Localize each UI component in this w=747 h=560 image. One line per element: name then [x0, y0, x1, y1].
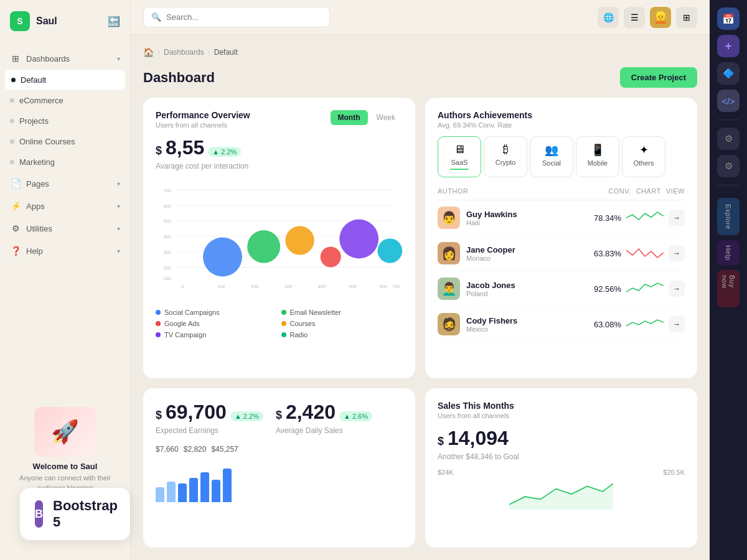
tab-saas-label: SaaS: [451, 159, 468, 166]
sidebar-item-projects[interactable]: Projects: [0, 111, 130, 131]
dashboard-grid: Performance Overview Users from all chan…: [143, 98, 697, 548]
settings-icon-2[interactable]: ⚙: [717, 128, 740, 150]
svg-point-26: [377, 238, 402, 263]
notification-icon[interactable]: 🔷: [717, 62, 740, 85]
sidebar-item-dashboards[interactable]: ⊞ Dashboards ▾: [0, 47, 130, 70]
earnings-card: $ 69,700 ▲ 2.2% Expected Earnings $ 2,42…: [143, 388, 415, 548]
bootstrap-label: Bootstrap 5: [53, 498, 118, 530]
sidebar: S Saul 🔙 ⊞ Dashboards ▾ Default eCommerc…: [0, 0, 131, 560]
user-avatar[interactable]: 👱: [650, 7, 671, 28]
sidebar-item-online-courses[interactable]: Online Courses: [0, 131, 130, 152]
author-conv-cody: 63.08%: [594, 320, 621, 329]
tab-saas[interactable]: 🖥 SaaS: [438, 136, 481, 177]
chevron-down-icon: ▾: [117, 180, 120, 187]
nav-dot: [10, 119, 14, 123]
sidebar-item-marketing[interactable]: Marketing: [0, 152, 130, 172]
tab-others-label: Others: [633, 159, 654, 167]
sidebar-item-pages[interactable]: 📄 Pages ▾: [0, 172, 130, 195]
code-icon[interactable]: </>: [717, 90, 740, 112]
help-icon: ❓: [10, 245, 21, 256]
sidebar-item-utilities[interactable]: ⚙ Utilities ▾: [0, 217, 130, 240]
daily-sales-label: Average Daily Sales: [276, 426, 372, 435]
author-info-jacob: 👨‍🦱 Jacob Jones Poland: [438, 278, 589, 300]
legend-tv-campaign: TV Campaign: [156, 331, 278, 338]
dashboards-icon: ⊞: [10, 53, 21, 64]
performance-subtitle: Users from all channels: [156, 121, 250, 129]
bar-7: [223, 469, 232, 502]
chart-legend: Social Campaigns Email Newsletter Google…: [156, 309, 403, 338]
author-country-jane: Monaco: [466, 254, 515, 262]
help-action[interactable]: Help: [717, 240, 740, 265]
help-label: Help: [725, 245, 732, 261]
svg-point-25: [339, 220, 378, 259]
view-button-cody[interactable]: →: [669, 316, 685, 332]
col-view: VIEW: [666, 187, 685, 195]
view-button-jane[interactable]: →: [669, 245, 685, 261]
notifications-icon[interactable]: 🌐: [598, 7, 619, 28]
sidebar-item-help[interactable]: ❓ Help ▾: [0, 240, 130, 262]
daily-sales-badge: ▲ 2.6%: [339, 411, 372, 421]
create-project-button[interactable]: Create Project: [620, 67, 697, 88]
menu-icon[interactable]: ⊞: [676, 7, 697, 28]
sidebar-item-default[interactable]: Default: [5, 70, 125, 90]
buy-action[interactable]: Buy now: [717, 270, 740, 307]
back-icon[interactable]: 🔙: [108, 16, 120, 27]
period-week-button[interactable]: Week: [369, 110, 403, 125]
right-panel: 📅 + 🔷 </> ⚙ ⚙ Explore Help Buy now: [710, 0, 747, 560]
svg-text:600: 600: [163, 203, 171, 209]
sidebar-item-apps[interactable]: ⚡ Apps ▾: [0, 195, 130, 217]
svg-text:200: 200: [251, 284, 258, 289]
search-box[interactable]: 🔍: [143, 7, 330, 27]
pages-icon: 📄: [10, 178, 21, 189]
topbar: 🔍 🌐 ☰ 👱 ⊞: [131, 0, 710, 35]
tab-social[interactable]: 👥 Social: [530, 136, 573, 177]
daily-sales-value: $ 2,420 ▲ 2.6%: [276, 401, 372, 424]
authors-title: Authors Achievements: [438, 110, 532, 120]
svg-text:600: 600: [380, 284, 387, 289]
earnings-badge: ▲ 2.2%: [230, 411, 263, 421]
legend-social-campaigns: Social Campaigns: [156, 309, 278, 316]
nav-dot: [10, 98, 14, 103]
add-icon[interactable]: +: [717, 35, 740, 57]
mobile-icon: 📱: [591, 143, 604, 157]
breadcrumb-dashboards[interactable]: Dashboards: [164, 48, 204, 57]
sidebar-item-ecommerce[interactable]: eCommerce: [0, 90, 130, 111]
settings-icon[interactable]: ☰: [624, 7, 645, 28]
view-button-guy[interactable]: →: [669, 210, 685, 226]
buy-label: Buy now: [721, 275, 736, 302]
chevron-down-icon: ▾: [117, 225, 120, 232]
svg-text:700: 700: [163, 188, 171, 194]
calendar-icon[interactable]: 📅: [717, 7, 740, 30]
author-conv-jane: 63.83%: [594, 249, 621, 258]
utilities-icon: ⚙: [10, 223, 21, 234]
author-row-jacob: 👨‍🦱 Jacob Jones Poland 92.56% →: [438, 271, 685, 307]
tab-mobile[interactable]: 📱 Mobile: [576, 136, 619, 177]
apps-icon: ⚡: [10, 200, 21, 212]
author-row-jane: 👩 Jane Cooper Monaco 63.83% →: [438, 236, 685, 271]
tab-others[interactable]: ✦ Others: [622, 136, 665, 177]
chevron-down-icon: ▾: [117, 55, 120, 62]
bootstrap-card: B Bootstrap 5: [20, 488, 130, 540]
svg-text:400: 400: [318, 284, 326, 289]
tab-mobile-label: Mobile: [588, 159, 608, 167]
author-avatar-cody: 🧔: [438, 313, 460, 335]
bootstrap-icon: B: [35, 500, 43, 528]
page-title: Dashboard: [143, 70, 215, 86]
active-dot: [11, 78, 16, 82]
period-month-button[interactable]: Month: [331, 110, 368, 125]
search-input[interactable]: [166, 12, 322, 22]
saas-icon: 🖥: [454, 143, 465, 156]
performance-metric: $ 8,55 ▲ 2.2%: [156, 136, 403, 159]
legend-courses: Courses: [281, 320, 403, 327]
settings-icon-3[interactable]: ⚙: [717, 155, 740, 177]
view-button-jacob[interactable]: →: [669, 281, 685, 297]
crypto-icon: ₿: [503, 143, 509, 156]
performance-card: Performance Overview Users from all chan…: [143, 98, 415, 378]
col-chart: CHART: [636, 187, 661, 195]
tab-crypto[interactable]: ₿ Crypto: [484, 136, 527, 177]
breadcrumb-home-icon[interactable]: 🏠: [143, 47, 154, 57]
author-avatar-jane: 👩: [438, 242, 460, 264]
app-name: Saul: [36, 16, 57, 27]
author-avatar-jacob: 👨‍🦱: [438, 278, 460, 300]
explore-action[interactable]: Explore: [717, 198, 740, 235]
